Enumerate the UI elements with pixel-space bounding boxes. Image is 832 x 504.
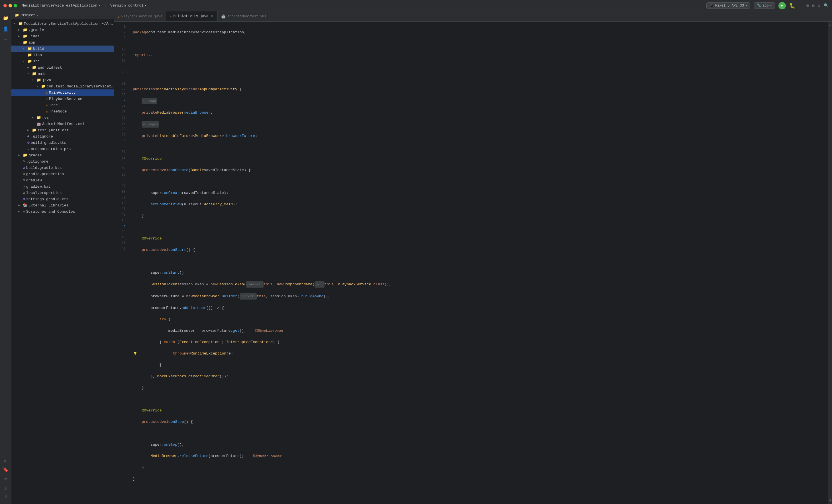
tree-item-label: AndroidManifest.xml	[42, 122, 84, 126]
git-icon[interactable]: ⑂	[1, 493, 10, 502]
tab-playbackservice[interactable]: ☕ PlaybackService.java	[114, 11, 166, 22]
tree-item-mainactivity[interactable]: ☕ MainActivity	[11, 89, 114, 96]
folder-icon: 📁	[23, 153, 27, 158]
code-line: }, MoreExecutors.directExecutor());	[133, 373, 824, 379]
tree-item-label: gradlew	[26, 178, 42, 183]
code-line: super.onStop();	[133, 442, 824, 448]
project-view-icon[interactable]: 📁	[1, 14, 10, 23]
line-num: 22	[114, 87, 126, 92]
tab-androidmanifest[interactable]: 🤖 AndroidManifest.xml	[218, 11, 270, 22]
tree-item-external-libraries[interactable]: ▶ 📚 External Libraries	[11, 202, 114, 208]
code-line: SessionToken sessionToken = new SessionT…	[133, 281, 824, 288]
tree-item-gitignore-app[interactable]: ⊙ .gitignore	[11, 133, 114, 140]
project-title[interactable]: MediaLibraryServiceTestApplication ▾	[22, 3, 100, 8]
folder-icon: 📁	[36, 115, 41, 120]
commit-icon[interactable]: 👤	[1, 25, 10, 34]
project-tree: ▾ 📁 MediaLibraryServiceTestApplication ~…	[11, 19, 114, 504]
tree-item-gitignore-root[interactable]: ⊙ .gitignore	[11, 158, 114, 165]
tree-item-build[interactable]: ▶ 📁 build	[11, 46, 114, 52]
line-num: ⚡	[114, 138, 126, 143]
project-header-label: Project	[21, 13, 35, 17]
tree-item-package[interactable]: ▾ 📁 com.test.medialibraryservicetes...	[11, 83, 114, 89]
search-icon[interactable]: 🔍	[824, 3, 829, 8]
tree-item-label: Tree	[49, 103, 58, 107]
tree-arrow	[18, 191, 23, 194]
app-chevron-icon: ▾	[770, 4, 772, 7]
tree-item-local-properties[interactable]: ⚙ local.properties	[11, 190, 114, 196]
run-button[interactable]: ▶	[778, 2, 786, 9]
terminal-icon[interactable]: ⌨	[1, 474, 10, 483]
tree-item-label: java	[42, 78, 51, 82]
tree-item-test[interactable]: ▶ 📁 test [unitTest]	[11, 127, 114, 133]
tree-arrow	[18, 179, 23, 182]
tree-item-gradle-properties[interactable]: ⚙ gradle.properties	[11, 171, 114, 177]
tree-item-proguard[interactable]: ≡ proguard-rules.pro	[11, 146, 114, 152]
line-num: 42	[114, 212, 126, 218]
tree-item-treenode[interactable]: ☕ TreeNode	[11, 108, 114, 114]
tree-item-gradle-folder[interactable]: ▶ 📁 gradle	[11, 152, 114, 158]
minimize-button[interactable]	[8, 4, 12, 7]
line-num: 23	[114, 92, 126, 98]
line-num	[114, 75, 126, 81]
tree-item-androidmanifest[interactable]: 🤖 AndroidManifest.xml	[11, 121, 114, 127]
tree-item-build-gradle-root[interactable]: ⚙ build.gradle.kts	[11, 165, 114, 171]
tree-item-root[interactable]: ▾ 📁 MediaLibraryServiceTestApplication ~…	[11, 21, 114, 27]
tree-item-res[interactable]: ▶ 📁 res	[11, 114, 114, 121]
phone-icon: 📱	[709, 3, 714, 8]
code-line: protected void onStart() {	[133, 247, 824, 253]
tree-item-libs[interactable]: 📁 libs	[11, 52, 114, 58]
run-view-icon[interactable]: ▷	[1, 456, 10, 465]
title-separator: |	[104, 3, 106, 8]
tree-item-gradlew[interactable]: ⚙ gradlew	[11, 177, 114, 184]
line-num: 2	[114, 30, 126, 35]
tree-item-playbackservice[interactable]: ☕ PlaybackService	[11, 96, 114, 102]
titlebar: MediaLibraryServiceTestApplication ▾ | V…	[0, 0, 832, 11]
code-line	[133, 224, 824, 230]
tree-item-tree[interactable]: ☕ Tree	[11, 102, 114, 108]
tree-item-androidtest[interactable]: ▶ 📁 androidTest	[11, 64, 114, 71]
tree-arrow: ▶	[18, 28, 23, 32]
tree-item-build-gradle-app[interactable]: ⚙ build.gradle.kts	[11, 140, 114, 146]
line-num: 17	[114, 47, 126, 52]
problems-icon[interactable]: ⚠	[1, 483, 10, 493]
device-selector[interactable]: 📱 Pixel 5 API 33 ▾	[706, 2, 750, 9]
project-panel-header[interactable]: 📁 Project ▾	[11, 11, 114, 19]
maximize-button[interactable]	[14, 4, 17, 7]
more-tools-icon[interactable]: ⋯	[1, 35, 10, 45]
tree-item-src[interactable]: ▾ 📁 src	[11, 58, 114, 64]
toolbar-icon-1[interactable]: ⊞	[806, 3, 809, 8]
java-icon: ☕	[46, 96, 48, 101]
tab-mainactivity[interactable]: ☕ MainActivity.java ×	[166, 11, 218, 22]
folder-icon: 📁	[27, 59, 32, 63]
java-icon: ☕	[46, 109, 48, 114]
version-control-label[interactable]: Version control ▾	[110, 3, 147, 8]
tree-item-gradlew-bat[interactable]: ⚙ gradlew.bat	[11, 184, 114, 190]
line-num: 26	[114, 115, 126, 121]
tree-item-gradle[interactable]: ▶ 📁 .gradle	[11, 27, 114, 33]
tree-item-scratches[interactable]: ▶ ≡ Scratches and Consoles	[11, 208, 114, 215]
more-options-icon[interactable]: ⋮	[799, 3, 803, 8]
app-selector[interactable]: 🔧 app ▾	[754, 2, 775, 9]
debug-button[interactable]: 🐛	[789, 3, 796, 9]
folder-icon: 📁	[23, 28, 27, 32]
tree-item-settings-gradle[interactable]: ⚙ settings.gradle.kts	[11, 196, 114, 202]
tree-item-app[interactable]: ▾ 📁 app	[11, 39, 114, 46]
code-line: protected void onStop() {	[133, 419, 824, 425]
tree-item-main[interactable]: ▾ 📁 main	[11, 71, 114, 77]
tree-item-java[interactable]: ▾ 📁 java	[11, 77, 114, 83]
settings-icon[interactable]: ⚙	[818, 3, 820, 8]
tab-close-button[interactable]: ×	[210, 14, 214, 18]
code-line: super.onStart();	[133, 270, 824, 276]
toolbar-icon-2[interactable]: ⊟	[812, 3, 814, 8]
close-button[interactable]	[3, 4, 7, 7]
tree-arrow	[23, 135, 27, 138]
project-chevron-icon: ▾	[98, 4, 100, 7]
scroll-overview[interactable]: ⚠ 4	[828, 22, 832, 504]
tree-item-idea[interactable]: ▶ 📁 .idea	[11, 33, 114, 39]
tree-item-label: proguard-rules.pro	[31, 147, 71, 151]
proguard-icon: ≡	[27, 147, 30, 151]
bookmarks-icon[interactable]: 🔖	[1, 465, 10, 474]
code-line	[133, 75, 824, 81]
tree-item-label: gradle	[28, 153, 42, 158]
code-content[interactable]: package com.test.medialibraryservicetest…	[128, 22, 828, 504]
